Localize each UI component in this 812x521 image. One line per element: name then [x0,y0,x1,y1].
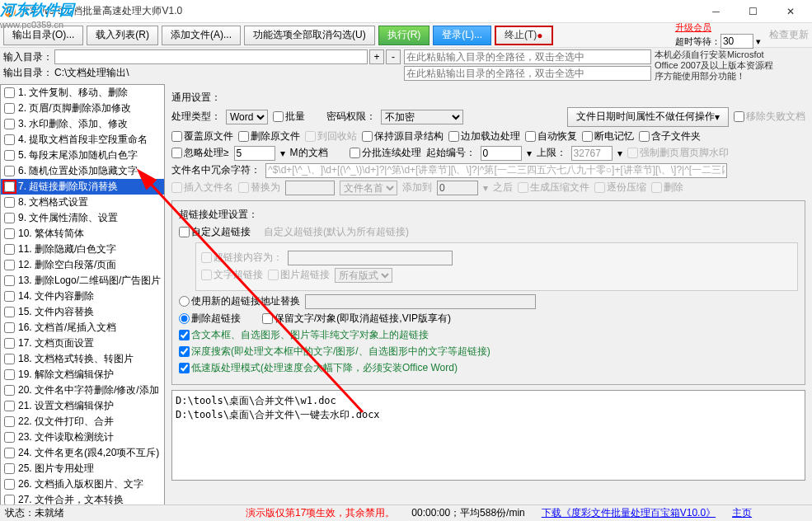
sidebar-checkbox-23[interactable] [4,432,15,443]
keep-text-checkbox[interactable] [262,313,273,324]
sidebar-checkbox-13[interactable] [4,275,15,286]
sidebar-checkbox-15[interactable] [4,307,15,317]
sidebar-checkbox-26[interactable] [4,479,15,490]
add-files-button[interactable]: 添加文件(A)... [162,26,241,45]
sidebar-checkbox-14[interactable] [4,291,15,302]
sidebar-item-14[interactable]: 14. 文件内容删除 [1,289,164,304]
overwrite-checkbox[interactable] [171,131,182,142]
stop-button[interactable]: 终止(T) ● [495,26,553,45]
ignore-checkbox[interactable] [171,148,182,158]
ignore-value-input[interactable] [234,146,275,161]
sidebar-checkbox-4[interactable] [4,134,15,145]
batch-continuous-checkbox[interactable] [350,148,360,158]
sidebar-checkbox-11[interactable] [4,244,15,255]
delete-orig-checkbox[interactable] [238,131,249,142]
sidebar-item-2[interactable]: 2. 页眉/页脚删除添加修改 [1,101,164,116]
file-date-button[interactable]: 文件日期时间属性不做任何操作 ▾ [567,107,729,127]
edge-load-checkbox[interactable] [448,131,459,142]
sidebar-checkbox-22[interactable] [4,416,15,427]
sidebar-checkbox-1[interactable] [4,87,15,98]
sidebar-item-11[interactable]: 11. 删除隐藏/白色文字 [1,242,164,257]
run-button[interactable]: 执行(R) [378,26,430,45]
paste-output-dir[interactable] [404,66,651,81]
sidebar-item-16[interactable]: 16. 文档首/尾插入文档 [1,320,164,336]
sidebar-item-24[interactable]: 24. 文件名更名(跟4,20项不互斥) [1,445,164,461]
sidebar-checkbox-21[interactable] [4,401,15,411]
paste-input-dir[interactable] [404,49,651,64]
sidebar-item-19[interactable]: 19. 解除文档编辑保护 [1,367,164,383]
load-list-button[interactable]: 载入列表(R) [87,26,158,45]
sidebar-item-9[interactable]: 9. 文件属性清除、设置 [1,210,164,226]
include-textbox-checkbox[interactable] [179,330,190,340]
select-all-options-button[interactable]: 功能选项全部取消勾选(U) [244,26,375,45]
sidebar-item-20[interactable]: 20. 文件名中字符删除/修改/添加 [1,383,164,398]
sidebar-checkbox-27[interactable] [4,495,15,505]
sidebar-item-6[interactable]: 6. 随机位置处添加隐藏文字 [1,163,164,179]
sidebar-item-1[interactable]: 1. 文件复制、移动、删除 [1,85,164,101]
sidebar-item-7[interactable]: 7. 超链接删除取消替换 [1,179,164,195]
sidebar-item-21[interactable]: 21. 设置文档编辑保护 [1,398,164,414]
sidebar-checkbox-12[interactable] [4,260,15,270]
sidebar-item-13[interactable]: 13. 删除Logo/二维码图/广告图片 [1,273,164,289]
delete-link-radio[interactable] [179,313,190,324]
sidebar-item-4[interactable]: 4. 提取文档首段非空段重命名 [1,132,164,148]
sidebar-checkbox-7[interactable] [4,181,15,192]
minimize-button[interactable]: ─ [697,2,735,21]
redundant-input[interactable] [265,163,727,178]
break-memory-checkbox[interactable] [582,131,593,142]
sidebar-item-23[interactable]: 23. 文件读取检测统计 [1,429,164,445]
type-select[interactable]: Word [226,110,268,124]
include-sub-checkbox[interactable] [639,131,650,142]
login-button[interactable]: 登录(L)... [433,26,491,45]
sidebar-checkbox-3[interactable] [4,119,15,129]
sidebar-checkbox-25[interactable] [4,463,15,474]
sidebar-checkbox-2[interactable] [4,103,15,114]
sidebar-checkbox-10[interactable] [4,228,15,239]
input-dir-field[interactable] [54,49,368,64]
sidebar-item-3[interactable]: 3. 水印删除、添加、修改 [1,116,164,132]
sidebar-checkbox-5[interactable] [4,150,15,161]
gen-zip-checkbox [518,182,528,193]
sidebar-checkbox-24[interactable] [4,448,15,458]
maximize-button[interactable]: ☐ [735,2,772,21]
upper-input[interactable] [571,146,613,161]
sidebar-checkbox-9[interactable] [4,213,15,223]
check-update-link[interactable]: 检查更新 [769,28,809,42]
auto-recover-checkbox[interactable] [525,131,536,142]
sidebar-checkbox-16[interactable] [4,322,15,333]
sidebar-item-26[interactable]: 26. 文档插入版权图片、文字 [1,476,164,492]
pwd-select[interactable]: 不加密 [381,110,463,124]
sidebar-item-22[interactable]: 22. 仅文件打印、合并 [1,414,164,429]
file-list[interactable]: D:\tools\桌面\合并文件\w1.doc D:\tools\桌面\合并文件… [171,390,805,481]
sidebar-item-5[interactable]: 5. 每段末尾添加随机白色字 [1,148,164,163]
timeout-input[interactable] [720,34,753,49]
remove-input-button[interactable]: - [386,49,401,64]
sidebar-checkbox-8[interactable] [4,197,15,208]
deep-search-checkbox[interactable] [179,346,190,357]
custom-link-checkbox[interactable] [179,227,190,237]
use-new-radio[interactable] [179,296,190,307]
low-speed-checkbox[interactable] [179,363,190,373]
output-dir-button[interactable]: 输出目录(O)... [3,26,83,45]
start-num-input[interactable] [481,146,522,161]
sidebar-checkbox-19[interactable] [4,369,15,380]
homepage-link[interactable]: 主页 [732,506,752,520]
sidebar-checkbox-20[interactable] [4,385,15,396]
sidebar-item-15[interactable]: 15. 文件内容替换 [1,304,164,320]
sidebar-item-8[interactable]: 8. 文档格式设置 [1,195,164,210]
close-button[interactable]: ✕ [772,2,809,21]
sidebar-item-10[interactable]: 10. 繁体转简体 [1,226,164,242]
add-input-button[interactable]: + [369,49,384,64]
sidebar-checkbox-17[interactable] [4,338,15,349]
sidebar-item-17[interactable]: 17. 文档页面设置 [1,336,164,351]
download-link[interactable]: 下载《度彩文件批量处理百宝箱V10.0》 [542,506,716,520]
upgrade-link[interactable]: 升级会员 [675,21,761,33]
sidebar-item-18[interactable]: 18. 文档格式转换、转图片 [1,351,164,367]
sidebar-item-25[interactable]: 25. 图片专用处理 [1,461,164,476]
sidebar-checkbox-18[interactable] [4,354,15,364]
keep-struct-checkbox[interactable] [362,131,373,142]
batch-checkbox[interactable] [273,111,284,122]
remove-failed-checkbox[interactable] [734,111,744,122]
sidebar-item-12[interactable]: 12. 删除空白段落/页面 [1,257,164,273]
sidebar-checkbox-6[interactable] [4,166,15,176]
